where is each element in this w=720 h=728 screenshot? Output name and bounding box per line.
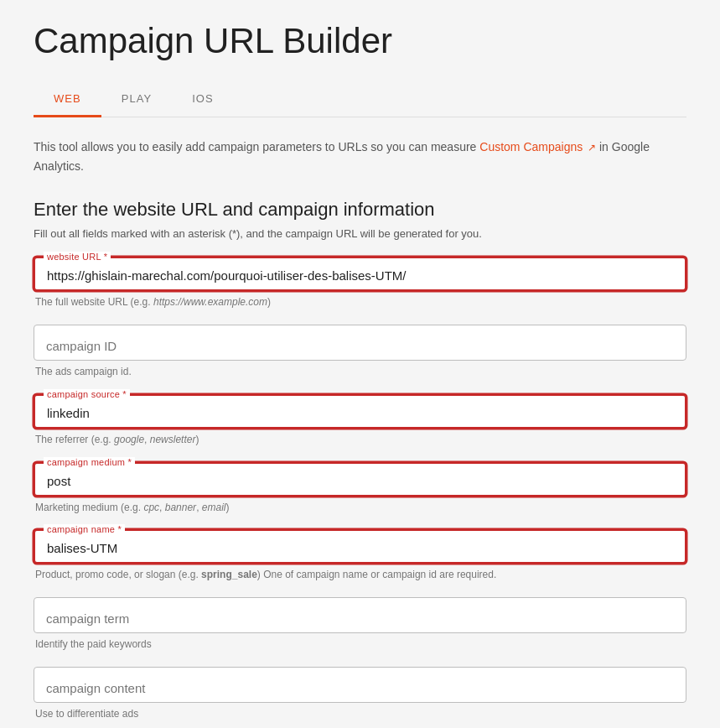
campaign-name-input[interactable] — [47, 539, 673, 557]
field-wrapper-campaign-id — [34, 325, 686, 361]
tab-play[interactable]: PLAY — [101, 82, 172, 117]
field-hint-campaign-medium: Marketing medium (e.g. cpc, banner, emai… — [34, 501, 686, 515]
field-group-campaign-medium: campaign medium * Marketing medium (e.g.… — [34, 462, 686, 515]
campaign-term-input[interactable] — [46, 606, 674, 627]
field-label-campaign-medium: campaign medium * — [44, 457, 135, 467]
section-subtext: Fill out all fields marked with an aster… — [34, 227, 686, 240]
field-label-campaign-source: campaign source * — [44, 389, 130, 399]
field-wrapper-campaign-term — [34, 597, 686, 633]
page-container: Campaign URL Builder WEB PLAY IOS This t… — [0, 0, 720, 728]
tab-ios[interactable]: IOS — [172, 82, 234, 117]
field-wrapper-campaign-content — [34, 667, 686, 703]
custom-campaigns-link[interactable]: Custom Campaigns ↗ — [479, 140, 599, 153]
field-hint-campaign-term: Identify the paid keywords — [34, 637, 686, 652]
field-wrapper-campaign-name: campaign name * — [34, 529, 686, 564]
field-hint-campaign-name: Product, promo code, or slogan (e.g. spr… — [34, 568, 686, 582]
field-group-campaign-content: Use to differentiate ads — [34, 667, 686, 721]
section-heading: Enter the website URL and campaign infor… — [34, 199, 686, 221]
field-wrapper-website-url: website URL * — [34, 257, 686, 291]
page-title: Campaign URL Builder — [34, 20, 686, 62]
tabs-nav: WEB PLAY IOS — [34, 82, 686, 117]
website-url-input[interactable] — [47, 267, 673, 284]
external-link-icon: ↗ — [588, 140, 596, 156]
field-group-website-url: website URL * The full website URL (e.g.… — [34, 257, 686, 309]
campaign-medium-input[interactable] — [47, 472, 673, 490]
tab-web[interactable]: WEB — [34, 82, 101, 117]
field-wrapper-campaign-source: campaign source * — [34, 394, 686, 429]
campaign-content-input[interactable] — [46, 676, 674, 697]
field-hint-campaign-content: Use to differentiate ads — [34, 707, 686, 721]
field-label-website-url: website URL * — [44, 252, 111, 262]
field-hint-campaign-source: The referrer (e.g. google, newsletter) — [34, 433, 686, 447]
field-group-campaign-term: Identify the paid keywords — [34, 597, 686, 652]
field-group-campaign-name: campaign name * Product, promo code, or … — [34, 529, 686, 582]
field-label-campaign-name: campaign name * — [44, 524, 125, 534]
campaign-source-input[interactable] — [47, 404, 673, 422]
field-hint-website-url: The full website URL (e.g. https://www.e… — [34, 295, 686, 309]
field-group-campaign-source: campaign source * The referrer (e.g. goo… — [34, 394, 686, 447]
tool-description: This tool allows you to easily add campa… — [34, 138, 686, 175]
campaign-id-input[interactable] — [46, 334, 674, 355]
field-hint-campaign-id: The ads campaign id. — [34, 365, 686, 379]
field-wrapper-campaign-medium: campaign medium * — [34, 462, 686, 497]
field-group-campaign-id: The ads campaign id. — [34, 325, 686, 379]
